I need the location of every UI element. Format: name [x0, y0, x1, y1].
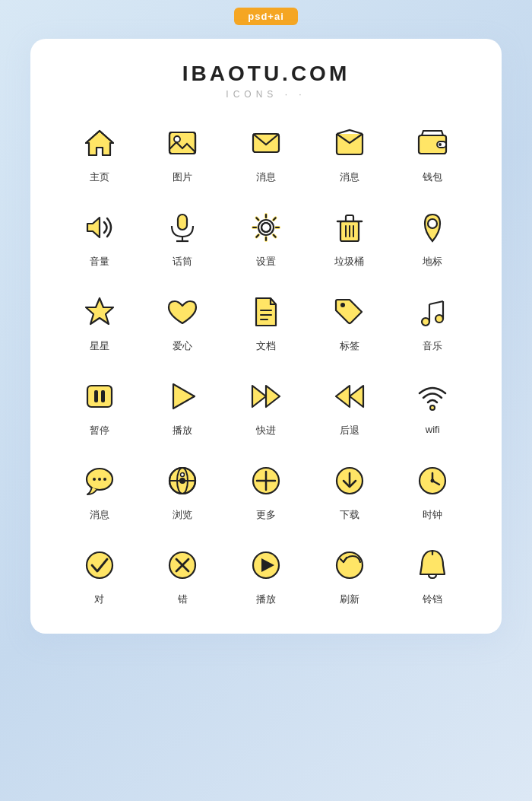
icon-browse[interactable] [160, 459, 204, 503]
svg-line-39 [429, 301, 443, 304]
icon-item-play-circle: 播放 [227, 543, 305, 606]
svg-point-67 [431, 479, 435, 483]
icon-home[interactable] [78, 121, 122, 165]
icon-chat[interactable] [78, 459, 122, 503]
icon-label-star: 星星 [90, 339, 109, 353]
icon-label-play: 播放 [173, 424, 192, 437]
svg-marker-0 [86, 131, 113, 155]
icon-heart[interactable] [160, 290, 204, 334]
icon-item-music: 音乐 [394, 290, 471, 353]
icon-play-circle[interactable] [244, 543, 288, 587]
icon-item-message-open: 消息 [311, 121, 388, 184]
svg-marker-43 [173, 384, 195, 408]
icon-label-heart: 爱心 [173, 339, 192, 353]
icon-play[interactable] [160, 374, 204, 418]
icon-pause[interactable] [78, 374, 122, 418]
icon-volume[interactable] [78, 205, 122, 250]
icon-label-pause: 暂停 [90, 424, 109, 437]
icon-mic[interactable] [160, 205, 204, 250]
svg-point-34 [340, 303, 345, 307]
icon-refresh[interactable] [328, 543, 372, 587]
icon-download[interactable] [328, 459, 372, 503]
icon-item-settings: 设置 [227, 205, 305, 269]
svg-point-36 [435, 315, 443, 323]
icon-item-play: 播放 [144, 374, 222, 437]
icon-image[interactable] [160, 121, 204, 165]
svg-rect-2 [169, 132, 195, 154]
svg-marker-9 [87, 218, 100, 237]
icon-label-browse: 浏览 [173, 508, 192, 522]
icon-label-message-closed: 消息 [256, 170, 276, 184]
icon-item-bell: 铃铛 [394, 543, 471, 606]
icon-check[interactable] [78, 543, 122, 587]
icon-item-check: 对 [61, 543, 138, 606]
top-badge: psd+ai [234, 8, 298, 25]
icon-label-image: 图片 [173, 170, 192, 184]
svg-point-68 [87, 552, 112, 578]
icon-document[interactable] [244, 290, 288, 334]
icon-label-check: 对 [94, 593, 104, 606]
icon-label-rewind: 后退 [340, 424, 359, 437]
svg-marker-44 [252, 386, 266, 407]
icon-wifi[interactable] [410, 374, 454, 418]
svg-point-4 [174, 136, 180, 142]
icon-label-close: 错 [178, 593, 188, 606]
icon-label-wallet: 钱包 [423, 170, 442, 184]
svg-marker-30 [86, 298, 113, 324]
svg-rect-41 [94, 390, 98, 402]
icon-label-bell: 铃铛 [423, 593, 442, 606]
icon-tag[interactable] [328, 290, 372, 334]
icon-music[interactable] [410, 290, 454, 334]
icon-label-volume: 音量 [90, 255, 109, 269]
svg-rect-40 [87, 386, 112, 407]
icon-label-message-open: 消息 [340, 170, 359, 184]
icon-item-close: 错 [144, 543, 222, 606]
icon-fast-forward[interactable] [244, 374, 288, 418]
svg-point-57 [179, 478, 185, 484]
icon-label-settings: 设置 [256, 255, 276, 269]
icon-label-wifi: wifi [426, 424, 440, 435]
icon-item-document: 文档 [227, 290, 305, 353]
icon-label-refresh: 刷新 [340, 593, 359, 606]
icon-close[interactable] [160, 543, 204, 587]
icon-trash[interactable] [328, 205, 372, 250]
icon-item-star: 星星 [61, 290, 138, 353]
icon-item-heart: 爱心 [144, 290, 222, 353]
icon-bell[interactable] [410, 543, 454, 587]
svg-point-35 [422, 318, 429, 326]
icon-star[interactable] [78, 290, 122, 334]
icon-label-download: 下载 [340, 508, 359, 522]
icon-location[interactable] [410, 205, 454, 250]
icon-item-volume: 音量 [61, 205, 138, 269]
icon-label-location: 地标 [423, 255, 442, 269]
icon-more[interactable] [244, 459, 288, 503]
icon-item-tag: 标签 [311, 290, 388, 353]
icon-item-fast-forward: 快进 [227, 374, 305, 437]
icon-item-browse: 浏览 [144, 459, 222, 522]
icon-item-wallet: 钱包 [394, 121, 471, 184]
icon-label-home: 主页 [90, 170, 109, 184]
icon-label-mic: 话筒 [173, 255, 192, 269]
svg-rect-10 [178, 215, 187, 230]
icons-grid: 主页图片消息消息钱包音量话筒设置垃圾桶地标星星爱心文档标签音乐暂停播放快进后退w… [61, 121, 471, 606]
svg-point-51 [98, 478, 101, 481]
icon-message-open[interactable] [328, 121, 372, 165]
svg-marker-45 [266, 386, 280, 407]
icon-message-closed[interactable] [244, 121, 288, 165]
svg-point-58 [181, 473, 185, 477]
svg-point-52 [103, 478, 106, 481]
icon-item-more: 更多 [227, 459, 305, 522]
card-title: IBAOTU.COM [61, 62, 471, 86]
icon-item-trash: 垃圾桶 [311, 205, 388, 269]
icon-label-document: 文档 [256, 339, 276, 353]
svg-point-48 [430, 405, 435, 410]
svg-marker-47 [336, 386, 350, 407]
svg-point-29 [428, 219, 437, 228]
icon-wallet[interactable] [410, 121, 454, 165]
icon-settings[interactable] [244, 205, 288, 250]
svg-marker-46 [350, 386, 363, 407]
icon-label-chat: 消息 [90, 508, 109, 522]
icon-rewind[interactable] [328, 374, 372, 418]
icon-clock[interactable] [410, 459, 454, 503]
icon-item-mic: 话筒 [144, 205, 222, 269]
